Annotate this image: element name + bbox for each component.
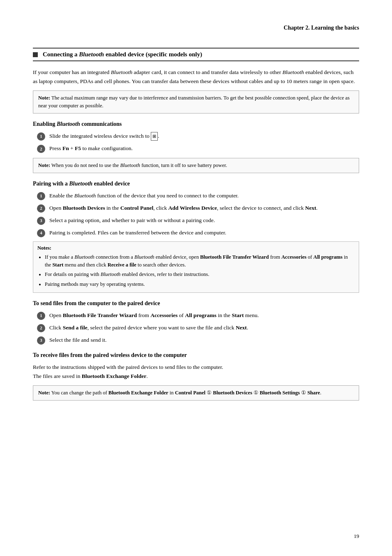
subheading-enabling: Enabling Bluetooth communications [33,121,359,127]
bullet-icon [33,52,38,57]
step-num-p4: 4 [37,229,45,237]
note-box-2: Note: When you do not need to use the Bl… [33,158,359,173]
intro-paragraph: If your computer has an integrated Bluet… [33,68,359,86]
note-item-2: For details on pairing with Bluetooth en… [45,271,355,278]
step-enabling-1: 1 Slide the integrated wireless device s… [37,132,359,141]
section-title: Connecting a Bluetooth enabled device (s… [33,48,359,61]
step-send-3: 3 Select the file and send it. [37,336,359,345]
step-num-p3: 3 [37,217,45,225]
step-text-send-2: Click Send a file, select the paired dev… [49,323,248,332]
step-send-2: 2 Click Send a file, select the paired d… [37,323,359,332]
step-text-enabling-1: Slide the integrated wireless device swi… [49,132,159,141]
note-label-1: Note: [38,95,50,101]
step-text-send-3: Select the file and send it. [49,336,106,345]
step-num-s1: 1 [37,312,45,320]
note-text-3: You can change the path of Bluetooth Exc… [51,390,321,396]
note-item-3: Pairing methods may vary by operating sy… [45,280,355,288]
step-pairing-4: 4 Pairing is completed. Files can be tra… [37,228,359,237]
step-pairing-1: 1 Enable the Bluetooth function of the d… [37,191,359,200]
step-num-p1: 1 [37,192,45,200]
steps-pairing: 1 Enable the Bluetooth function of the d… [37,191,359,237]
step-num-2: 2 [37,145,45,153]
note-label-3: Note: [38,390,50,396]
step-text-pairing-3: Select a pairing option, and whether to … [49,216,215,225]
notes-label: Notes: [37,245,51,251]
step-enabling-2: 2 Press Fn + F5 to make configuration. [37,144,359,153]
step-text-enabling-2: Press Fn + F5 to make configuration. [49,144,133,153]
section-title-text: Connecting a Bluetooth enabled device (s… [43,51,202,58]
chapter-header: Chapter 2. Learning the basics [33,25,359,31]
step-send-1: 1 Open Bluetooth File Transfer Wizard fr… [37,311,359,320]
page-number: 19 [354,533,359,540]
subheading-send: To send files from the computer to the p… [33,300,359,307]
receive-text-1: Refer to the instructions shipped with t… [33,363,359,380]
step-text-pairing-2: Open Bluetooth Devices in the Control Pa… [49,204,318,213]
steps-send: 1 Open Bluetooth File Transfer Wizard fr… [37,311,359,345]
notes-list: If you make a Bluetooth connection from … [45,253,355,289]
wireless-icon: ⊞ [151,132,158,141]
step-pairing-3: 3 Select a pairing option, and whether t… [37,216,359,225]
subheading-pairing: Pairing with a Bluetooth enabled device [33,181,359,187]
step-num-1: 1 [37,132,45,141]
steps-enabling: 1 Slide the integrated wireless device s… [37,132,359,153]
notes-block-pairing: Notes: If you make a Bluetooth connectio… [33,241,359,293]
page-content: Chapter 2. Learning the basics Connectin… [0,0,392,430]
note-item-1: If you make a Bluetooth connection from … [45,253,355,269]
chapter-label: Chapter 2. Learning the basics [284,25,359,31]
step-text-send-1: Open Bluetooth File Transfer Wizard from… [49,311,259,320]
note-text-1: The actual maximum range may vary due to… [38,95,350,109]
step-text-pairing-1: Enable the Bluetooth function of the dev… [49,191,239,200]
step-pairing-2: 2 Open Bluetooth Devices in the Control … [37,204,359,213]
step-num-s3: 3 [37,336,45,345]
step-num-p2: 2 [37,204,45,213]
step-num-s2: 2 [37,324,45,332]
note-box-1: Note: The actual maximum range may vary … [33,90,359,114]
note-text-2: When you do not need to use the Bluetoot… [51,162,227,168]
step-text-pairing-4: Pairing is completed. Files can be trans… [49,228,226,237]
note-box-3: Note: You can change the path of Bluetoo… [33,385,359,401]
note-label-2: Note: [38,162,50,168]
subheading-receive: To receive files from the paired wireles… [33,352,359,359]
